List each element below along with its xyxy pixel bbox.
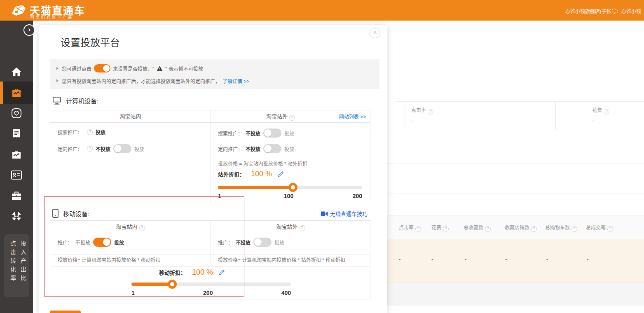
- target-out-toggle[interactable]: [263, 144, 281, 153]
- help-icon[interactable]: [571, 226, 577, 232]
- video-icon: [321, 211, 328, 216]
- table-cell: -: [431, 256, 433, 262]
- site-list-link[interactable]: 网站列表 >>: [339, 110, 366, 123]
- help-icon[interactable]: [300, 225, 305, 231]
- help-icon[interactable]: [607, 226, 613, 232]
- target-promo-row-out: 定向推广： 不投放 投放: [218, 144, 294, 153]
- sidebar-item-home[interactable]: [0, 63, 33, 81]
- slider-handle[interactable]: [168, 280, 177, 289]
- help-icon[interactable]: [289, 115, 295, 121]
- stat-card-value: -: [412, 117, 414, 123]
- column-header: 总成交笔: [586, 224, 613, 232]
- metrics-panel[interactable]: 点击转化率 投入产出比: [4, 234, 29, 297]
- search-out-toggle[interactable]: [263, 128, 281, 138]
- mobile-promo-row-in: 推广： 不投放 投放: [58, 238, 124, 247]
- table-row: [387, 282, 644, 306]
- slider-fill: [218, 186, 293, 189]
- stat-card-value: -: [592, 117, 594, 123]
- help-icon[interactable]: [443, 226, 449, 232]
- set-platform-dialog: 设置投放平台 您可通过点击 来设置是否投放，" " 表示暂不可投放 您只有投放淘…: [39, 25, 387, 313]
- stat-card-label: 花费: [592, 106, 609, 114]
- table-cell: -: [505, 256, 507, 262]
- sidebar-item-campaign[interactable]: [0, 82, 33, 104]
- help-icon[interactable]: [87, 129, 93, 135]
- computer-icon: [52, 96, 61, 105]
- search-promo-row-in: 搜索推广： 投放: [58, 128, 105, 135]
- mobile-promo-row-out: 推广： 不投放 投放: [218, 238, 284, 247]
- slider-track[interactable]: [218, 186, 362, 189]
- sidebar-item-favorites[interactable]: [0, 104, 33, 122]
- divider: [50, 122, 370, 123]
- offsite-discount-slider: 1 100 200: [218, 186, 362, 199]
- expand-sidebar-icon[interactable]: [23, 24, 35, 36]
- divider: [50, 254, 370, 255]
- target-in-toggle[interactable]: [113, 144, 131, 153]
- help-icon[interactable]: [604, 109, 609, 114]
- campaign-icon: [11, 88, 22, 98]
- section-title: 移动设备:: [63, 209, 89, 218]
- price-formula: 投放价格 = 淘宝站内投放价格 * 站外折扣: [218, 160, 307, 167]
- table-cell: -: [399, 256, 400, 262]
- contacts-icon: [11, 171, 22, 180]
- tip-text: 来设置是否投放，": [113, 65, 154, 72]
- table-cell: -: [587, 256, 588, 262]
- edit-pencil-icon[interactable]: [277, 171, 284, 178]
- help-icon[interactable]: [531, 226, 537, 232]
- account-name[interactable]: 心雅小栈旗舰店(子帐号：心雅小栈: [565, 7, 641, 14]
- section-title: 计算机设备:: [66, 96, 98, 105]
- example-toggle[interactable]: [94, 64, 110, 72]
- edit-pencil-icon[interactable]: [218, 269, 225, 276]
- divider: [211, 110, 211, 202]
- slider-labels: 1 100 200: [218, 193, 362, 199]
- target-promo-row-in: 定向推广： 不投放 投放: [58, 144, 144, 153]
- slider-fill: [131, 283, 172, 286]
- tip-text: 您只有投放淘宝站内的定向推广后，才能选择投放淘宝站外的定向推广，: [62, 77, 220, 84]
- mobile-in-toggle[interactable]: [93, 238, 111, 247]
- bullet-icon: [56, 67, 59, 70]
- learn-more-link[interactable]: 了解详情 >>: [222, 77, 249, 84]
- tip-line: 您只有投放淘宝站内的定向推广后，才能选择投放淘宝站外的定向推广， 了解详情 >>: [56, 76, 375, 86]
- sidebar-item-toolbox[interactable]: [0, 187, 33, 205]
- dialog-title: 设置投放平台: [61, 35, 120, 49]
- briefcase-icon: [11, 191, 22, 201]
- column-header: 点击率: [399, 224, 421, 232]
- divider: [387, 129, 644, 129]
- home-icon: [12, 67, 21, 76]
- sidebar-item-contacts[interactable]: [0, 166, 33, 184]
- mobile-icon: [52, 209, 59, 218]
- slider-handle[interactable]: [288, 183, 297, 192]
- divider: [396, 101, 644, 102]
- column-header-taobao-in: 淘宝站内: [50, 110, 211, 122]
- sidebar-item-report[interactable]: [0, 125, 33, 143]
- close-icon[interactable]: [370, 28, 380, 38]
- column-header-taobao-out: 淘宝站外: [219, 110, 342, 122]
- sidebar-item-gallery[interactable]: [0, 145, 33, 164]
- metric-click-conversion: 点击转化率: [9, 241, 17, 284]
- tip-text: 您可通过点击: [62, 65, 91, 72]
- divider: [387, 164, 644, 164]
- divider: [555, 101, 556, 129]
- mobile-discount-row: 移动折扣： 100 %: [159, 268, 225, 277]
- top-header: 天猫直通车 阿里妈妈旗下产品 心雅小栈旗舰店(子帐号：心雅小栈: [0, 0, 644, 21]
- divider: [400, 21, 400, 101]
- wireless-tips-link[interactable]: 无线直通车技巧: [321, 210, 368, 217]
- column-header: 花费: [431, 224, 449, 232]
- tips-box: 您可通过点击 来设置是否投放，" " 表示暂不可投放 您只有投放淘宝站内的定向推…: [50, 59, 379, 89]
- divider: [387, 172, 644, 172]
- price-formula: 投放价格= 计算机淘宝站内投放价格 * 站外折扣 * 移动折扣: [218, 256, 345, 263]
- sidebar-item-profile[interactable]: [0, 207, 33, 225]
- help-icon[interactable]: [139, 225, 145, 231]
- confirm-button[interactable]: [50, 311, 81, 313]
- column-header-taobao-in: 淘宝站内: [50, 221, 211, 233]
- profile-icon: [11, 211, 22, 222]
- mobile-out-toggle[interactable]: [253, 238, 272, 247]
- mobile-table: 淘宝站内 淘宝站外 推广： 不投放 投放 投放价格= 计算机淘宝站内投放价格 *…: [50, 220, 370, 299]
- help-icon[interactable]: [415, 226, 421, 232]
- slider-track[interactable]: [131, 283, 291, 286]
- help-icon[interactable]: [428, 109, 433, 114]
- table-cell: -: [546, 256, 548, 262]
- bullet-icon: [56, 79, 59, 82]
- mobile-discount-slider: 1 200 400: [131, 283, 291, 296]
- help-icon[interactable]: [87, 146, 93, 152]
- help-icon[interactable]: [485, 226, 491, 232]
